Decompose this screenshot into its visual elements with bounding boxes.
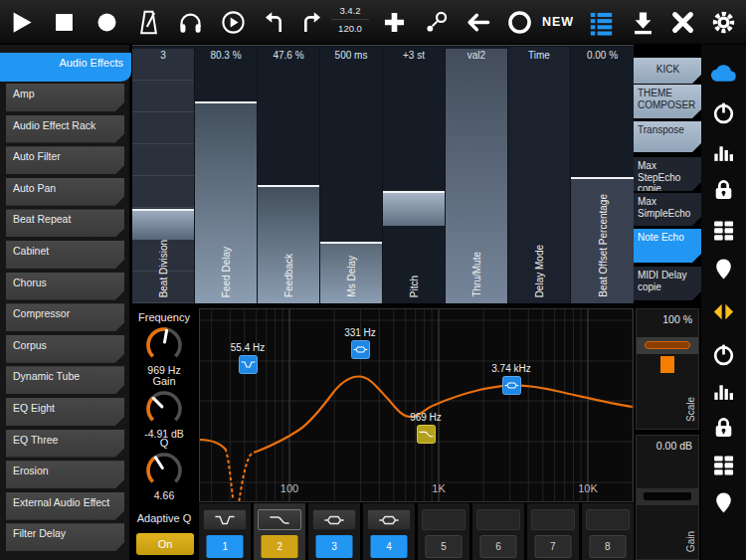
gain-slider[interactable] xyxy=(637,488,698,505)
band2-node-selected[interactable] xyxy=(417,425,436,444)
sidebar-item-beat-repeat[interactable]: Beat Repeat xyxy=(6,209,124,237)
preset-max-simpleecho[interactable]: Max SimpleEcho xyxy=(634,193,701,226)
preset-kick[interactable]: KICK xyxy=(634,58,701,84)
preset-note-echo[interactable]: Note Echo xyxy=(634,229,701,263)
band3-node[interactable] xyxy=(351,340,370,359)
swap-arrows-icon[interactable] xyxy=(711,299,736,324)
band-button-7[interactable]: 7 xyxy=(534,535,571,558)
add-icon[interactable] xyxy=(381,9,408,36)
preset-midi-delay-copie[interactable]: MIDI Delay copie xyxy=(634,267,701,300)
effects-sidebar: Audio Effects Amp Audio Effect Rack Auto… xyxy=(0,45,129,560)
scale-slider-handle[interactable] xyxy=(660,356,674,373)
filter-type-button-empty[interactable] xyxy=(422,509,466,530)
sidebar-item-audio-effect-rack[interactable]: Audio Effect Rack xyxy=(6,115,124,143)
sidebar-category-tab[interactable]: Audio Effects xyxy=(0,53,131,82)
fader-feed-delay[interactable]: 80.3 % Feed Delay xyxy=(195,47,257,303)
sidebar-item-corpus[interactable]: Corpus xyxy=(6,335,124,363)
sidebar-item-filter-delay[interactable]: Filter Delay xyxy=(6,523,124,551)
preset-transpose[interactable]: Transpose xyxy=(634,121,701,152)
frequency-knob[interactable] xyxy=(142,323,186,367)
tempo-display[interactable]: 3.4.2 120.0 xyxy=(325,4,375,42)
fader-thru-mute[interactable]: val2 Thru/Mute xyxy=(446,47,507,303)
stop-icon[interactable] xyxy=(51,9,78,36)
fader-delay-mode[interactable]: Time Delay Mode xyxy=(508,47,570,303)
headphones-icon[interactable] xyxy=(177,9,204,36)
download-icon[interactable] xyxy=(630,9,656,36)
fader-label: Ms Delay xyxy=(346,256,357,297)
eq-display[interactable]: 100 1K 10K 55.4 Hz 331 Hz 969 Hz 3.74 kH… xyxy=(199,308,634,502)
band-button-2[interactable]: 2 xyxy=(262,535,298,558)
band-slot-5: 5 xyxy=(418,503,469,560)
gain-knob[interactable] xyxy=(142,387,186,431)
band4-node[interactable] xyxy=(502,376,521,395)
sidebar-item-auto-pan[interactable]: Auto Pan xyxy=(6,178,124,206)
scale-slider[interactable] xyxy=(637,337,698,354)
filter-type-button-shelf[interactable] xyxy=(258,509,301,530)
pin-icon[interactable] xyxy=(711,490,736,515)
sidebar-item-compressor[interactable]: Compressor xyxy=(6,303,124,331)
gain-slider-handle[interactable] xyxy=(644,492,691,500)
metronome-icon[interactable] xyxy=(135,9,162,36)
filter-type-button-empty[interactable] xyxy=(586,509,630,530)
sidebar-item-amp[interactable]: Amp xyxy=(6,84,124,111)
band-button-3[interactable]: 3 xyxy=(316,535,353,558)
band1-freq-label: 55.4 Hz xyxy=(213,342,282,353)
sidebar-item-eq-eight[interactable]: EQ Eight xyxy=(6,398,124,426)
new-button[interactable]: NEW xyxy=(542,15,574,29)
filter-type-button-empty[interactable] xyxy=(531,509,575,530)
preset-theme-composer[interactable]: THEME COMPOSER xyxy=(634,85,701,118)
meter-bars-icon[interactable] xyxy=(711,378,736,403)
fader-beat-offset[interactable]: 0.00 % Beat Offset Percentage xyxy=(571,47,634,303)
fader-feedback[interactable]: 47.6 % Feedback xyxy=(258,47,319,303)
band1-node[interactable] xyxy=(239,355,258,374)
lock-icon[interactable] xyxy=(711,415,736,440)
band-button-8[interactable]: 8 xyxy=(589,535,626,558)
undo-icon[interactable] xyxy=(261,9,287,36)
q-knob[interactable] xyxy=(142,449,186,492)
play-icon[interactable] xyxy=(8,9,35,36)
sidebar-item-cabinet[interactable]: Cabinet xyxy=(6,241,124,269)
cloud-icon[interactable] xyxy=(711,61,736,86)
record-icon[interactable] xyxy=(93,9,120,36)
loop-circle-icon[interactable] xyxy=(506,9,533,36)
filter-type-button-notch[interactable] xyxy=(203,509,247,530)
connect-nodes-icon[interactable] xyxy=(423,9,450,36)
shelf-filter-icon xyxy=(265,513,294,527)
lock-icon[interactable] xyxy=(711,177,736,202)
notch-filter-icon xyxy=(241,359,256,370)
sidebar-item-erosion[interactable]: Erosion xyxy=(6,461,124,488)
band-button-1[interactable]: 1 xyxy=(207,535,244,558)
beat-division-selected-step xyxy=(132,209,194,240)
back-arrow-icon[interactable] xyxy=(465,9,491,36)
power-icon[interactable] xyxy=(711,100,736,125)
fader-value: 3 xyxy=(132,50,194,61)
filter-type-button-bell[interactable] xyxy=(367,509,411,530)
redo-icon[interactable] xyxy=(298,9,325,36)
grid-icon[interactable] xyxy=(711,452,736,476)
preset-max-stepecho-copie[interactable]: Max StepEcho copie xyxy=(634,157,701,191)
preview-play-icon[interactable] xyxy=(220,9,247,36)
band-button-6[interactable]: 6 xyxy=(479,535,516,558)
settings-gear-icon[interactable] xyxy=(710,9,737,36)
meter-bars-icon[interactable] xyxy=(711,139,736,164)
filter-type-button-empty[interactable] xyxy=(476,509,520,530)
fader-ms-delay[interactable]: 500 ms Ms Delay xyxy=(320,47,382,303)
band-slot-2-selected: 2 xyxy=(254,503,305,560)
fader-beat-division[interactable]: 3 Beat Division xyxy=(132,47,194,303)
adaptive-q-label: Adaptive Q xyxy=(129,512,199,524)
sidebar-item-chorus[interactable]: Chorus xyxy=(6,273,124,300)
close-icon[interactable] xyxy=(669,9,696,36)
adaptive-q-toggle[interactable]: On xyxy=(136,533,194,555)
band-button-4[interactable]: 4 xyxy=(371,535,408,558)
sidebar-item-external-audio-effect[interactable]: External Audio Effect xyxy=(6,492,124,520)
sidebar-item-dynamic-tube[interactable]: Dynamic Tube xyxy=(6,366,124,394)
fader-pitch[interactable]: +3 st Pitch xyxy=(383,47,445,303)
sidebar-item-eq-three[interactable]: EQ Three xyxy=(6,430,124,458)
list-icon[interactable] xyxy=(588,9,615,36)
sidebar-item-auto-filter[interactable]: Auto Filter xyxy=(6,146,124,174)
grid-icon[interactable] xyxy=(711,217,736,242)
pin-icon[interactable] xyxy=(711,257,736,281)
filter-type-button-bell[interactable] xyxy=(312,509,356,530)
power-icon[interactable] xyxy=(711,342,736,367)
band-button-5[interactable]: 5 xyxy=(425,535,462,558)
